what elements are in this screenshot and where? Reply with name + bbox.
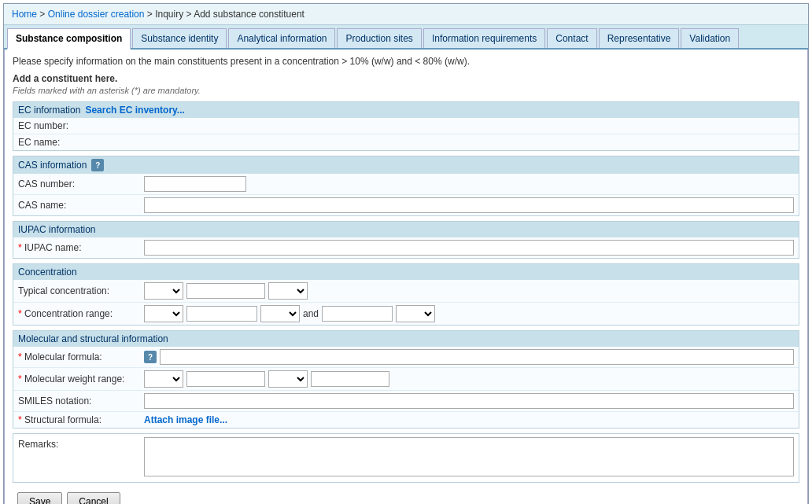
smiles-notation-label: SMILES notation: — [18, 395, 144, 407]
molecular-section-title: Molecular and structural information — [18, 333, 168, 344]
ec-number-label: EC number: — [18, 120, 144, 131]
typical-concentration-label: Typical concentration: — [18, 285, 144, 296]
tab-contact[interactable]: Contact — [547, 28, 596, 48]
tab-production-sites[interactable]: Production sites — [337, 28, 421, 48]
iupac-name-row: * IUPAC name: — [13, 237, 799, 258]
conc-range-unit3-select[interactable]: %ppm — [396, 305, 435, 322]
mol-weight-unit1-select[interactable]: g/mol — [144, 370, 183, 388]
concentration-section: Concentration Typical concentration: %pp… — [13, 263, 799, 326]
button-row: Save Cancel — [13, 487, 799, 504]
smiles-notation-field-container — [144, 393, 794, 409]
breadcrumb: Home > Online dossier creation > Inquiry… — [4, 4, 808, 25]
molecular-formula-input[interactable] — [160, 349, 794, 365]
ec-number-row: EC number: — [13, 118, 799, 134]
typical-concentration-row: Typical concentration: %ppm %ppm — [13, 280, 799, 303]
breadcrumb-inquiry: Inquiry — [155, 9, 183, 20]
search-ec-inventory-link[interactable]: Search EC inventory... — [85, 105, 185, 116]
breadcrumb-home[interactable]: Home — [12, 9, 37, 20]
conc-range-unit1-select[interactable]: %ppm — [144, 305, 183, 322]
iupac-name-input[interactable] — [144, 240, 794, 256]
tab-bar: Substance composition Substance identity… — [4, 25, 808, 50]
and-text: and — [303, 308, 319, 319]
cas-section-header: CAS information ? — [13, 156, 799, 174]
smiles-notation-row: SMILES notation: — [13, 391, 799, 412]
concentration-range-row: * Concentration range: %ppm %ppm and %pp… — [13, 303, 799, 325]
remarks-section: Remarks: — [13, 433, 799, 483]
ec-name-label: EC name: — [18, 137, 144, 148]
conc-range-to-input[interactable] — [322, 306, 393, 322]
molecular-weight-label: * Molecular weight range: — [18, 373, 144, 384]
concentration-range-label: * Concentration range: — [18, 308, 144, 319]
cas-name-field-container — [144, 197, 794, 213]
iupac-section-header: IUPAC information — [13, 222, 799, 237]
molecular-section-header: Molecular and structural information — [13, 331, 799, 347]
typical-concentration-fields: %ppm %ppm — [144, 282, 794, 300]
tab-substance-composition[interactable]: Substance composition — [7, 28, 131, 50]
cas-number-row: CAS number: — [13, 174, 799, 195]
molecular-formula-help-icon[interactable]: ? — [144, 351, 157, 363]
structural-formula-label: * Structural formula: — [18, 414, 144, 425]
remarks-textarea-container — [144, 437, 794, 479]
remarks-textarea[interactable] — [144, 437, 794, 476]
mol-weight-to-input[interactable] — [311, 371, 389, 387]
cas-help-icon[interactable]: ? — [91, 159, 104, 171]
cas-name-input[interactable] — [144, 197, 794, 213]
molecular-formula-row: * Molecular formula: ? — [13, 347, 799, 368]
cas-name-label: CAS name: — [18, 200, 144, 211]
typical-conc-unit2-select[interactable]: %ppm — [268, 282, 308, 300]
tab-representative[interactable]: Representative — [599, 28, 680, 48]
tab-information-requirements[interactable]: Information requirements — [423, 28, 545, 48]
structural-formula-row: * Structural formula: Attach image file.… — [13, 412, 799, 428]
molecular-formula-field-container: ? — [144, 349, 794, 365]
remarks-row: Remarks: — [13, 434, 799, 482]
breadcrumb-online-dossier[interactable]: Online dossier creation — [48, 9, 145, 20]
molecular-weight-fields: g/mol g/mol — [144, 370, 794, 388]
cas-number-label: CAS number: — [18, 178, 144, 189]
cas-number-input[interactable] — [144, 176, 246, 192]
attach-image-link[interactable]: Attach image file... — [144, 414, 227, 425]
mol-weight-from-input[interactable] — [186, 371, 265, 387]
iupac-section-title: IUPAC information — [18, 224, 95, 235]
iupac-name-field-container — [144, 240, 794, 256]
tab-substance-identity[interactable]: Substance identity — [132, 28, 227, 48]
main-content: Please specify information on the main c… — [4, 50, 808, 504]
breadcrumb-current: Add substance constituent — [194, 9, 304, 20]
typical-conc-value-input[interactable] — [186, 283, 265, 299]
conc-range-unit2-select[interactable]: %ppm — [260, 305, 300, 322]
mol-weight-unit2-select[interactable]: g/mol — [268, 370, 308, 388]
cas-section-title: CAS information — [18, 160, 87, 171]
remarks-label: Remarks: — [18, 437, 144, 450]
structural-formula-field-container: Attach image file... — [144, 414, 794, 425]
cas-name-row: CAS name: — [13, 195, 799, 215]
cas-number-field-container — [144, 176, 794, 192]
mandatory-note: Fields marked with an asterisk (*) are m… — [13, 86, 799, 95]
ec-name-row: EC name: — [13, 134, 799, 150]
cancel-button[interactable]: Cancel — [67, 492, 120, 504]
concentration-section-header: Concentration — [13, 264, 799, 280]
molecular-weight-row: * Molecular weight range: g/mol g/mol — [13, 368, 799, 391]
ec-section-title: EC information — [18, 105, 80, 116]
ec-section-header: EC information Search EC inventory... — [13, 102, 799, 118]
tab-validation[interactable]: Validation — [681, 28, 739, 48]
tab-analytical-information[interactable]: Analytical information — [228, 28, 335, 48]
smiles-notation-input[interactable] — [144, 393, 794, 409]
info-text: Please specify information on the main c… — [13, 56, 799, 67]
save-button[interactable]: Save — [17, 492, 62, 504]
molecular-formula-label: * Molecular formula: — [18, 351, 144, 362]
ec-information-section: EC information Search EC inventory... EC… — [13, 101, 799, 151]
cas-information-section: CAS information ? CAS number: CAS name: — [13, 156, 799, 216]
concentration-section-title: Concentration — [18, 267, 77, 278]
typical-conc-unit1-select[interactable]: %ppm — [144, 282, 183, 300]
iupac-information-section: IUPAC information * IUPAC name: — [13, 221, 799, 259]
iupac-name-label: * IUPAC name: — [18, 242, 144, 253]
concentration-range-fields: %ppm %ppm and %ppm — [144, 305, 794, 322]
conc-range-from-input[interactable] — [186, 306, 257, 322]
add-constituent-text: Add a constituent here. — [13, 73, 799, 84]
molecular-structural-section: Molecular and structural information * M… — [13, 330, 799, 429]
